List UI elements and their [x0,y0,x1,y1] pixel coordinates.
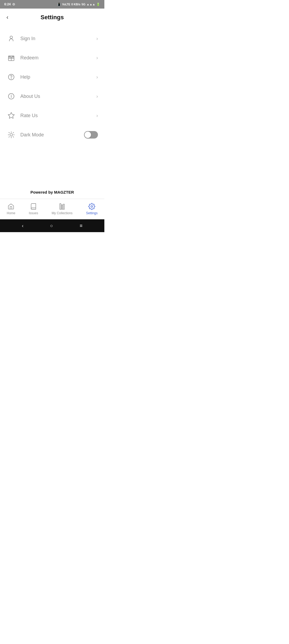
svg-point-9 [10,133,12,136]
rate-us-item[interactable]: Rate Us › [0,106,104,125]
about-us-label: About Us [20,94,96,99]
back-arrow-icon: ‹ [6,14,8,21]
back-button[interactable]: ‹ [4,13,10,22]
android-back-icon: ‹ [22,223,24,229]
android-menu-button[interactable]: ≡ [80,223,83,229]
toggle-thumb [85,132,91,138]
powered-by-brand: MAGZTER [54,190,74,194]
sign-in-label: Sign In [20,36,96,41]
nav-home-label: Home [7,211,15,215]
sync-icon: ⊙ [12,2,15,6]
time-display: 6:24 [4,2,11,6]
svg-point-0 [10,36,12,39]
bottom-nav: Home Issues My Collections [0,199,104,219]
help-arrow: › [96,74,98,80]
status-bar-right: 📳 VoLTE 0 KB/s 5G ▲▲▲ 🔋 [57,3,100,6]
svg-line-16 [9,137,9,137]
rate-us-label: Rate Us [20,113,96,118]
dark-mode-toggle[interactable] [84,131,98,139]
svg-line-12 [9,132,9,133]
android-menu-icon: ≡ [80,223,83,229]
redeem-item[interactable]: Redeem › [0,48,104,67]
svg-rect-18 [60,204,61,209]
help-item[interactable]: Help › [0,67,104,87]
nav-home[interactable]: Home [2,202,20,216]
star-icon [6,111,16,120]
redeem-label: Redeem [20,55,96,61]
page-title: Settings [41,14,64,21]
info-icon [6,91,16,101]
nav-issues-label: Issues [29,211,38,215]
volte-icon: VoLTE [62,3,70,6]
settings-icon [88,203,96,210]
android-nav-bar: ‹ ○ ≡ [0,219,104,232]
home-icon [7,203,15,210]
nav-settings-label: Settings [86,211,97,215]
toggle-track [84,131,98,139]
svg-line-13 [13,137,14,137]
issues-icon [30,203,37,210]
powered-by-prefix: Powered by [31,190,54,194]
about-us-item[interactable]: About Us › [0,87,104,106]
battery-icon: 🔋 [96,3,100,6]
header: ‹ Settings [0,9,104,24]
powered-by: Powered by MAGZTER [0,186,104,199]
vibrate-icon: 📳 [57,3,61,6]
svg-marker-8 [8,112,14,118]
svg-rect-20 [63,204,64,209]
svg-point-4 [11,79,11,79]
status-bar-left: 6:24 ⊙ [4,2,15,6]
status-bar: 6:24 ⊙ 📳 VoLTE 0 KB/s 5G ▲▲▲ 🔋 [0,0,104,9]
about-us-arrow: › [96,94,98,99]
gift-icon [6,53,16,63]
signal-bars: ▲▲▲ [86,3,95,6]
sign-in-arrow: › [96,36,98,41]
help-icon [6,72,16,82]
svg-point-21 [91,206,93,208]
collections-icon [58,203,66,210]
help-label: Help [20,74,96,80]
android-home-button[interactable]: ○ [50,223,53,229]
svg-line-17 [13,132,14,133]
rate-us-arrow: › [96,113,98,118]
nav-settings[interactable]: Settings [82,202,102,216]
android-back-button[interactable]: ‹ [22,223,24,229]
svg-rect-19 [62,205,63,209]
sign-in-item[interactable]: Sign In › [0,29,104,48]
data-speed: 0 KB/s [71,3,80,6]
nav-my-collections[interactable]: My Collections [47,202,77,216]
person-icon [6,34,16,43]
dark-mode-item[interactable]: Dark Mode [0,125,104,144]
dark-mode-label: Dark Mode [20,132,84,138]
menu-list: Sign In › Redeem › Help › [0,24,104,186]
redeem-arrow: › [96,55,98,61]
sun-icon [6,130,16,140]
nav-collections-label: My Collections [52,211,73,215]
android-home-icon: ○ [50,223,53,229]
nav-issues[interactable]: Issues [25,202,43,216]
network-type: 5G [82,3,86,6]
